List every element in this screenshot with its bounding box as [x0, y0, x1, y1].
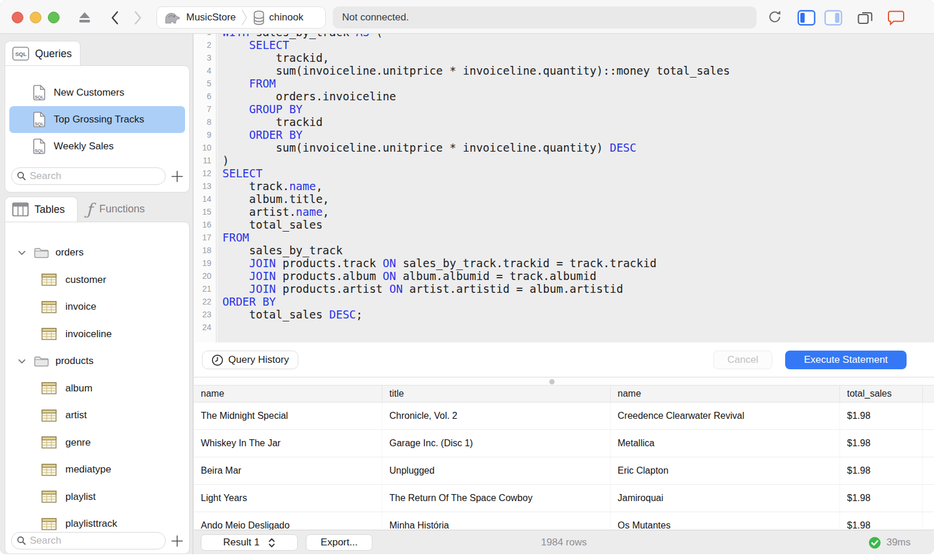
table-cell[interactable]: Minha História: [382, 512, 611, 530]
app-window: MusicStore chinook Not connected.: [0, 0, 934, 554]
table-cell[interactable]: $1.98: [840, 485, 923, 512]
table-item-mediatype[interactable]: mediatype: [5, 456, 189, 484]
connection-status-text: Not connected.: [342, 12, 409, 23]
table-cell[interactable]: Garage Inc. (Disc 1): [382, 430, 611, 457]
forward-button[interactable]: [131, 9, 145, 26]
breadcrumb-database[interactable]: chinook: [269, 12, 304, 23]
line-number: 1: [194, 34, 216, 38]
table-cell[interactable]: Beira Mar: [194, 457, 382, 484]
table-row[interactable]: Beira MarUnpluggedEric Clapton$1.98: [194, 457, 934, 485]
line-number: 10: [194, 141, 216, 154]
table-icon: [41, 328, 57, 340]
tab-tables[interactable]: Tables: [5, 197, 78, 222]
result-selector-label: Result 1: [223, 537, 259, 548]
cancel-button[interactable]: Cancel: [713, 351, 772, 369]
execute-statement-button[interactable]: Execute Statement: [785, 351, 907, 369]
queries-search-input[interactable]: [30, 170, 147, 182]
code-line: ): [217, 154, 934, 167]
table-cell[interactable]: Os Mutantes: [611, 512, 840, 530]
table-row[interactable]: Ando Meio DesligadoMinha HistóriaOs Muta…: [194, 512, 934, 530]
table-row[interactable]: The Midnight SpecialChronicle, Vol. 2Cre…: [194, 402, 934, 430]
line-number: 19: [194, 257, 216, 270]
line-number: 4: [194, 64, 216, 77]
table-cell[interactable]: Chronicle, Vol. 2: [382, 402, 611, 429]
add-query-button[interactable]: [168, 167, 186, 185]
table-cell[interactable]: $1.98: [840, 402, 923, 429]
table-icon: [41, 464, 57, 476]
table-cell[interactable]: Eric Clapton: [611, 457, 840, 484]
tables-search-input[interactable]: [30, 535, 147, 547]
table-item-album[interactable]: album: [5, 375, 189, 402]
table-item-customer[interactable]: customer: [5, 267, 189, 294]
svg-text:SQL: SQL: [35, 94, 44, 100]
breadcrumb[interactable]: MusicStore chinook: [156, 6, 326, 29]
minimize-window-button[interactable]: [30, 12, 41, 23]
table-cell[interactable]: Light Years: [194, 485, 382, 512]
table-item-invoiceline[interactable]: invoiceline: [5, 321, 189, 348]
table-item-genre[interactable]: genre: [5, 429, 189, 457]
table-item-invoice[interactable]: invoice: [5, 293, 189, 321]
column-header-name[interactable]: name: [194, 386, 382, 402]
table-cell[interactable]: $1.98: [840, 457, 923, 484]
disconnect-eject-button[interactable]: [76, 10, 93, 25]
table-cell[interactable]: $1.98: [840, 430, 923, 457]
table-cell-spacer: [923, 402, 934, 429]
table-cell-spacer: [923, 457, 934, 484]
table-cell[interactable]: Ando Meio Desligado: [194, 512, 382, 530]
add-table-button[interactable]: [168, 532, 186, 550]
column-header-name[interactable]: name: [611, 386, 840, 402]
tab-functions-label: Functions: [99, 203, 145, 215]
query-history-button[interactable]: Query History: [202, 351, 298, 369]
line-number: 21: [194, 282, 216, 295]
query-item-new-customers[interactable]: SQLNew Customers: [5, 79, 189, 106]
code-line: track.name,: [217, 180, 934, 192]
table-cell[interactable]: Whiskey In The Jar: [194, 430, 382, 457]
table-row[interactable]: Whiskey In The JarGarage Inc. (Disc 1)Me…: [194, 430, 934, 457]
windows-button[interactable]: [856, 9, 874, 26]
line-number: 5: [194, 77, 216, 90]
back-button[interactable]: [107, 9, 121, 26]
table-cell[interactable]: Jamiroquai: [611, 485, 840, 512]
sql-editor[interactable]: 123456789101112131415161718192021222324 …: [194, 34, 934, 342]
result-selector[interactable]: Result 1: [201, 534, 298, 551]
chevron-down-icon[interactable]: [18, 359, 26, 364]
table-cell[interactable]: Creedence Clearwater Revival: [611, 402, 840, 429]
export-button[interactable]: Export...: [306, 534, 372, 551]
table-item-playlist[interactable]: playlist: [5, 484, 189, 511]
query-item-weekly-sales[interactable]: SQLWeekly Sales: [5, 133, 189, 160]
toggle-right-sidebar-button[interactable]: [823, 9, 843, 26]
column-header-total-sales[interactable]: total_sales: [840, 386, 923, 402]
queries-search-field[interactable]: [11, 167, 166, 185]
editor-code-area[interactable]: WITH sales_by_track AS ( SELECT trackid,…: [217, 34, 934, 342]
results-splitter[interactable]: [194, 377, 934, 385]
toggle-left-sidebar-button[interactable]: [796, 9, 816, 26]
table-cell[interactable]: Unplugged: [382, 457, 611, 484]
feedback-button[interactable]: [886, 9, 906, 26]
chevron-down-icon[interactable]: [18, 250, 26, 256]
table-columns-icon: [12, 202, 29, 216]
splitter-handle-icon[interactable]: [549, 379, 555, 384]
query-item-top-grossing-tracks[interactable]: SQLTop Grossing Tracks: [9, 106, 185, 133]
line-number: 12: [194, 167, 216, 180]
zoom-window-button[interactable]: [48, 12, 60, 23]
schema-item-products[interactable]: products: [5, 348, 189, 375]
table-cell[interactable]: $1.98: [840, 512, 923, 530]
tab-queries[interactable]: SQL Queries: [5, 41, 81, 66]
folder-icon: [34, 247, 49, 258]
close-window-button[interactable]: [12, 12, 23, 23]
line-number: 6: [194, 90, 216, 103]
tables-search-field[interactable]: [11, 532, 166, 550]
table-cell[interactable]: The Return Of The Space Cowboy: [382, 485, 611, 512]
table-row[interactable]: Light YearsThe Return Of The Space Cowbo…: [194, 485, 934, 512]
sidebar: SQL Queries SQLNew CustomersSQLTop Gross…: [0, 34, 193, 554]
tab-functions[interactable]: ƒ Functions: [79, 197, 173, 222]
column-header-title[interactable]: title: [382, 386, 611, 402]
breadcrumb-server[interactable]: MusicStore: [186, 12, 236, 23]
table-cell[interactable]: Metallica: [611, 430, 840, 457]
results-table: nametitlenametotal_salesThe Midnight Spe…: [194, 385, 934, 530]
table-item-artist[interactable]: artist: [5, 402, 189, 429]
schema-item-orders[interactable]: orders: [5, 239, 189, 267]
refresh-button[interactable]: [766, 9, 783, 25]
table-cell[interactable]: The Midnight Special: [194, 402, 382, 429]
line-number: 8: [194, 116, 216, 128]
